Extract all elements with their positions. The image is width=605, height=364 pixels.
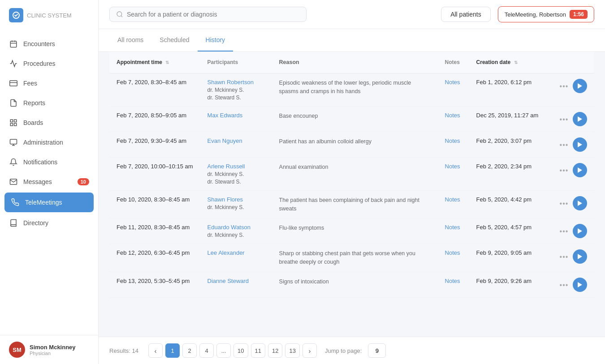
sidebar-item-administration[interactable]: Administration — [0, 133, 98, 152]
play-button[interactable] — [573, 278, 587, 292]
more-options-button[interactable]: ••• — [557, 226, 571, 237]
notes-link[interactable]: Notes — [445, 249, 460, 256]
tab-all-rooms[interactable]: All rooms — [109, 29, 151, 51]
page-btn-2[interactable]: 2 — [182, 343, 197, 358]
file-icon — [9, 98, 18, 107]
sidebar-item-fees[interactable]: Fees — [0, 73, 98, 93]
page-btn-11[interactable]: 11 — [251, 343, 265, 358]
page-btn-10[interactable]: 10 — [233, 343, 248, 358]
play-button[interactable] — [573, 112, 587, 126]
patient-name-link[interactable]: Shawn Flores — [207, 196, 265, 203]
patient-name-link[interactable]: Max Edwards — [207, 112, 265, 119]
sidebar-item-encounters[interactable]: Encounters — [0, 34, 98, 54]
more-options-button[interactable]: ••• — [557, 114, 571, 125]
pagination-bar: Results: 14 ‹ 1 2 4 ... 10 11 12 13 › Ju… — [99, 337, 605, 364]
bell-icon — [9, 158, 18, 167]
cell-notes[interactable]: Notes — [438, 73, 469, 106]
patient-name-link[interactable]: Dianne Steward — [207, 278, 265, 284]
page-btn-12[interactable]: 12 — [268, 343, 282, 358]
sidebar-item-notifications[interactable]: Notifications — [0, 152, 98, 172]
more-options-button[interactable]: ••• — [557, 139, 571, 151]
cell-notes[interactable]: Notes — [438, 272, 469, 297]
page-prev-button[interactable]: ‹ — [148, 343, 163, 358]
jump-to-label: Jump to page: — [325, 347, 362, 354]
notes-link[interactable]: Notes — [445, 196, 460, 203]
sidebar-label-reports: Reports — [23, 99, 45, 107]
cell-notes[interactable]: Notes — [438, 106, 469, 132]
notes-link[interactable]: Notes — [445, 224, 460, 231]
play-button[interactable] — [573, 79, 587, 93]
sidebar-nav: Encounters Procedures Fees Reports — [0, 30, 98, 335]
notes-link[interactable]: Notes — [445, 163, 460, 170]
sidebar-label-directory: Directory — [23, 219, 48, 227]
sidebar-item-directory[interactable]: Directory — [0, 213, 98, 233]
cell-notes[interactable]: Notes — [438, 218, 469, 244]
svg-marker-21 — [578, 228, 582, 234]
patient-name-link[interactable]: Shawn Robertson — [207, 79, 265, 86]
notes-link[interactable]: Notes — [445, 278, 460, 284]
all-patients-button[interactable]: All patients — [441, 7, 490, 22]
page-btn-4[interactable]: 4 — [199, 343, 214, 358]
search-bar[interactable] — [109, 7, 307, 22]
page-btn-13[interactable]: 13 — [285, 343, 299, 358]
header: All patients TeleMeeting, Robertson 1:56 — [99, 0, 605, 29]
notes-link[interactable]: Notes — [445, 137, 460, 144]
table-row: Feb 10, 2020, 8:30–8:45 amShawn Floresdr… — [109, 190, 594, 218]
cell-notes[interactable]: Notes — [438, 190, 469, 218]
page-btn-1[interactable]: 1 — [165, 343, 180, 358]
cell-appointment: Feb 12, 2020, 6:30–6:45 pm — [109, 244, 200, 272]
patient-name-link[interactable]: Eduardo Watson — [207, 224, 265, 231]
svg-rect-11 — [10, 139, 17, 144]
play-button[interactable] — [573, 163, 587, 177]
svg-rect-7 — [10, 120, 13, 122]
col-notes: Notes — [438, 52, 469, 73]
sidebar-item-procedures[interactable]: Procedures — [0, 54, 98, 73]
appointments-table: Appointment time ⇅ Participants Reason N… — [109, 52, 594, 298]
search-input[interactable] — [127, 11, 300, 18]
jump-to-input[interactable] — [368, 343, 386, 358]
col-appointment: Appointment time ⇅ — [109, 52, 200, 73]
cell-notes[interactable]: Notes — [438, 157, 469, 190]
cell-actions: ••• — [550, 73, 594, 106]
play-button[interactable] — [573, 196, 587, 210]
tab-scheduled[interactable]: Scheduled — [151, 29, 197, 51]
more-options-button[interactable]: ••• — [557, 81, 571, 92]
cell-notes[interactable]: Notes — [438, 244, 469, 272]
play-button[interactable] — [573, 249, 587, 264]
sidebar-footer: SM Simon Mckinney Physician — [0, 335, 98, 364]
patient-name-link[interactable]: Lee Alexander — [207, 249, 265, 256]
more-options-button[interactable]: ••• — [557, 198, 571, 210]
table-row: Feb 7, 2020, 10:00–10:15 amArlene Russel… — [109, 157, 594, 190]
sidebar-label-procedures: Procedures — [23, 60, 56, 67]
cell-appointment: Feb 11, 2020, 8:30–8:45 am — [109, 218, 200, 244]
svg-rect-5 — [10, 81, 17, 86]
play-button[interactable] — [573, 137, 587, 152]
more-options-button[interactable]: ••• — [557, 251, 571, 263]
tab-history[interactable]: History — [198, 29, 233, 51]
patient-name-link[interactable]: Evan Nguyen — [207, 137, 265, 144]
cell-participants: Dianne Steward — [200, 272, 272, 297]
sidebar-item-messages[interactable]: Messages 10 — [0, 172, 98, 192]
sidebar-item-boards[interactable]: Boards — [0, 113, 98, 133]
patient-name-link[interactable]: Arlene Russell — [207, 163, 265, 170]
sidebar-item-reports[interactable]: Reports — [0, 93, 98, 113]
notes-link[interactable]: Notes — [445, 79, 460, 86]
sidebar-label-encounters: Encounters — [23, 40, 55, 47]
sidebar-item-telemeetings[interactable]: TeleMeetings — [4, 193, 94, 212]
notes-link[interactable]: Notes — [445, 112, 460, 119]
doctor-name: dr. Mckinney S. — [207, 87, 265, 93]
sidebar-label-administration: Administration — [23, 139, 63, 146]
play-button[interactable] — [573, 224, 587, 238]
more-options-button[interactable]: ••• — [557, 165, 571, 176]
svg-marker-18 — [578, 142, 582, 147]
grid-icon — [9, 118, 18, 127]
logo-text: CLINIC SYSTEM — [27, 12, 72, 19]
doctor-name: dr. Mckinney S. — [207, 232, 265, 238]
telemeeting-indicator: TeleMeeting, Robertson 1:56 — [498, 6, 594, 22]
svg-marker-23 — [578, 282, 582, 287]
more-options-button[interactable]: ••• — [557, 279, 571, 291]
content-area: All rooms Scheduled History Appointment … — [99, 29, 605, 337]
page-next-button[interactable]: › — [302, 343, 317, 358]
table-row: Feb 13, 2020, 5:30–5:45 pmDianne Steward… — [109, 272, 594, 297]
cell-notes[interactable]: Notes — [438, 132, 469, 157]
